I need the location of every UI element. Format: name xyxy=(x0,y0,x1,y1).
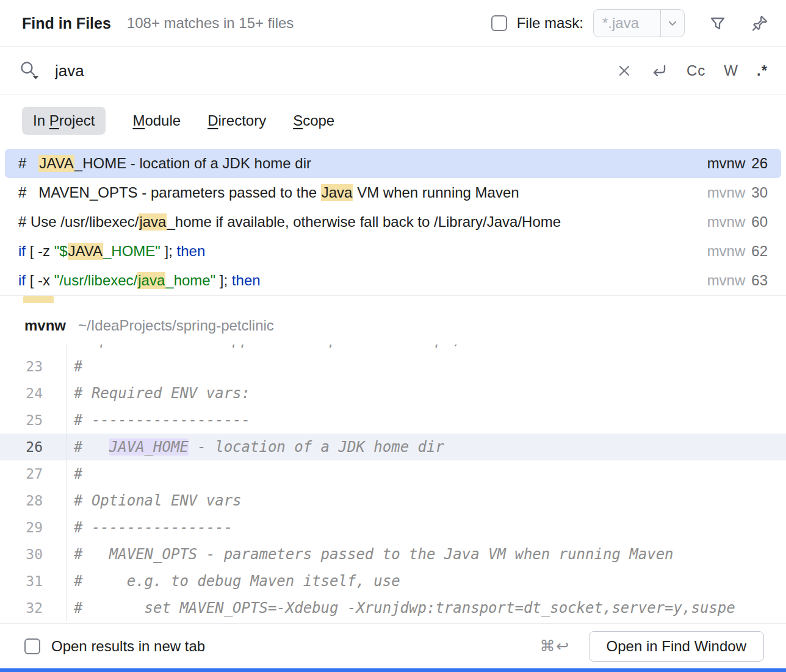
result-file-name: mvnw xyxy=(707,272,746,289)
text-segment: JAVA xyxy=(68,243,103,260)
text-segment: # Use /usr/libexec/ xyxy=(18,213,139,230)
text-segment: ]; xyxy=(215,272,232,288)
code-line[interactable]: 23# xyxy=(0,353,786,380)
text-segment: # xyxy=(74,465,82,482)
window-accent-bar xyxy=(0,668,786,672)
line-number: 30 xyxy=(0,541,67,568)
file-mask-checkbox[interactable] xyxy=(491,15,507,31)
result-row[interactable]: # Use /usr/libexec/java_home if availabl… xyxy=(5,207,781,237)
text-segment: _HOME" xyxy=(103,243,160,259)
file-mask-combobox[interactable]: *.java xyxy=(593,9,685,37)
result-location: mvnw30 xyxy=(695,184,768,201)
result-row[interactable]: if [ -x "/usr/libexec/java_home" ]; then… xyxy=(5,266,781,295)
scope-tab-scope[interactable]: Scope xyxy=(293,107,334,135)
search-input[interactable] xyxy=(55,62,605,80)
text-segment: - location of a JDK home dir xyxy=(189,438,444,456)
pin-icon[interactable] xyxy=(751,14,769,32)
text-segment: "/usr/libexec/ xyxy=(54,272,138,288)
code-line[interactable]: 24# Required ENV vars: xyxy=(0,380,786,407)
code-line[interactable]: 25# ------------------ xyxy=(0,407,786,434)
line-code: # Required ENV vars: xyxy=(67,385,250,402)
dialog-header: Find in Files 108+ matches in 15+ files … xyxy=(0,0,786,47)
result-file-name: mvnw xyxy=(707,243,746,260)
line-code: # xyxy=(67,358,82,375)
search-history-icon[interactable] xyxy=(18,60,40,82)
open-in-find-window-button[interactable]: Open in Find Window xyxy=(589,631,764,662)
preview-header: mvnw ~/IdeaProjects/spring-petclinic xyxy=(0,303,786,345)
clear-search-icon[interactable] xyxy=(617,63,632,78)
line-code: # JAVA_HOME - location of a JDK home dir xyxy=(67,438,444,456)
match-case-icon[interactable]: Cc xyxy=(687,62,705,79)
result-line-number: 60 xyxy=(751,213,768,231)
result-location: mvnw62 xyxy=(695,243,768,260)
scope-tab-directory[interactable]: Directory xyxy=(207,107,266,135)
line-number: 28 xyxy=(0,487,67,514)
chevron-down-icon[interactable] xyxy=(661,17,684,29)
text-segment: # xyxy=(74,438,109,456)
code-line[interactable]: 32# set MAVEN_OPTS=-Xdebug -Xrunjdwp:tra… xyxy=(0,595,786,621)
result-file-name: mvnw xyxy=(707,213,746,231)
result-row[interactable]: if [ -z "$JAVA_HOME" ]; thenmvnw62 xyxy=(5,237,781,266)
open-results-new-tab-label: Open results in new tab xyxy=(51,638,205,655)
newline-icon[interactable] xyxy=(650,62,668,80)
line-number: 22 xyxy=(0,345,67,353)
text-segment: VM when running Maven xyxy=(353,184,519,201)
code-line[interactable]: 30# MAVEN_OPTS - parameters passed to th… xyxy=(0,541,786,568)
result-line-number: 62 xyxy=(751,243,768,260)
result-row-partial[interactable] xyxy=(5,296,781,303)
text-segment: "$ xyxy=(54,243,68,259)
text-segment: if xyxy=(18,243,26,259)
result-text: # JAVA_HOME - location of a JDK home dir xyxy=(18,155,695,172)
code-line[interactable]: 28# Optional ENV vars xyxy=(0,487,786,514)
result-text: if [ -z "$JAVA_HOME" ]; then xyxy=(18,243,695,260)
text-segment: # set MAVEN_OPTS=-Xdebug -Xrunjdwp:trans… xyxy=(74,599,735,617)
text-segment: # Required ENV vars: xyxy=(74,385,250,402)
text-segment: # e.g. to debug Maven itself, use xyxy=(74,573,400,590)
scope-tab-label: cope xyxy=(303,112,334,129)
file-mask-value: *.java xyxy=(594,15,660,32)
line-code: # ---------------- xyxy=(67,519,233,536)
preview-file-path: ~/IdeaProjects/spring-petclinic xyxy=(78,317,274,334)
line-number: 24 xyxy=(0,380,67,407)
scope-tab-label: irectory xyxy=(218,112,266,129)
scope-tab-module[interactable]: Module xyxy=(132,107,181,135)
text-segment: java xyxy=(139,213,167,231)
text-segment: # ---------------- xyxy=(74,519,233,536)
text-segment: _home if available, otherwise fall back … xyxy=(167,213,561,230)
code-line[interactable]: 29# ---------------- xyxy=(0,514,786,541)
scope-tab-label: P xyxy=(49,112,59,129)
scope-tab-label: S xyxy=(293,112,303,129)
text-segment: then xyxy=(177,243,206,259)
text-segment: JAVA xyxy=(38,155,74,172)
text-segment: if xyxy=(18,272,26,288)
text-segment: # MAVEN_OPTS - parameters passed to the … xyxy=(74,546,674,563)
regex-icon[interactable]: .* xyxy=(757,62,768,79)
scope-tab-in-project[interactable]: In Project xyxy=(22,107,106,135)
result-location: mvnw26 xyxy=(695,155,768,172)
shortcut-hint: ⌘↩ xyxy=(540,637,571,655)
result-file-name: mvnw xyxy=(707,184,746,201)
filter-icon[interactable] xyxy=(708,13,727,33)
code-line[interactable]: 31# e.g. to debug Maven itself, use xyxy=(0,568,786,595)
whole-words-icon[interactable]: W xyxy=(724,62,738,79)
result-text: # Use /usr/libexec/java_home if availabl… xyxy=(18,213,695,231)
scope-tabs: In ProjectModuleDirectoryScope xyxy=(0,95,786,146)
text-segment: # xyxy=(74,358,82,375)
result-row[interactable]: # MAVEN_OPTS - parameters passed to the … xyxy=(5,178,781,207)
code-line[interactable]: 26# JAVA_HOME - location of a JDK home d… xyxy=(0,434,786,460)
text-segment: [ -z xyxy=(26,243,54,259)
dialog-title: Find in Files xyxy=(22,15,111,32)
line-code: # ------------------ xyxy=(67,412,250,429)
line-number: 29 xyxy=(0,514,67,541)
open-results-new-tab-checkbox[interactable] xyxy=(24,638,40,654)
code-line[interactable]: 27# xyxy=(0,460,786,487)
editor-lines: 22# Apache Maven Wrapper startup batch s… xyxy=(0,345,786,623)
line-code: # Optional ENV vars xyxy=(67,492,242,509)
result-location: mvnw60 xyxy=(695,213,768,231)
text-segment: [ -x xyxy=(26,272,54,288)
text-segment: # MAVEN_OPTS - parameters passed to the xyxy=(18,184,321,201)
result-row[interactable]: # JAVA_HOME - location of a JDK home dir… xyxy=(5,149,781,178)
footer-actions: ⌘↩ Open in Find Window xyxy=(540,631,764,662)
code-line[interactable]: 22# Apache Maven Wrapper startup batch s… xyxy=(0,345,786,353)
result-line-number: 30 xyxy=(751,184,768,201)
